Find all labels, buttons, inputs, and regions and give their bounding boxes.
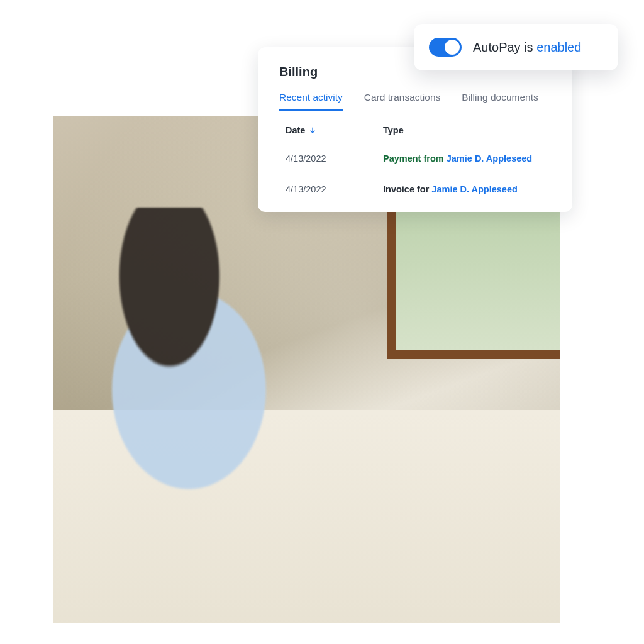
cell-date: 4/13/2022 [286, 153, 383, 164]
autopay-toggle[interactable] [429, 38, 462, 57]
tab-billing-documents[interactable]: Billing documents [462, 92, 538, 111]
cell-date: 4/13/2022 [286, 184, 383, 194]
column-type-header[interactable]: Type [383, 125, 545, 135]
autopay-status-text: AutoPay is enabled [473, 40, 581, 55]
row-prefix: Payment from [383, 153, 447, 164]
row-prefix: Invoice for [383, 184, 431, 194]
table-row[interactable]: 4/13/2022 Payment from Jamie D. Applesee… [279, 143, 551, 174]
table-row[interactable]: 4/13/2022 Invoice for Jamie D. Appleseed [279, 174, 551, 204]
billing-tabs: Recent activity Card transactions Billin… [279, 92, 551, 111]
column-headers: Date Type [279, 114, 551, 143]
toggle-knob [445, 40, 460, 55]
column-date-label: Date [286, 125, 305, 135]
tab-card-transactions[interactable]: Card transactions [364, 92, 440, 111]
cell-type: Invoice for Jamie D. Appleseed [383, 184, 545, 194]
sort-desc-icon [309, 126, 316, 134]
column-date-header[interactable]: Date [286, 125, 383, 135]
autopay-label-prefix: AutoPay is [473, 40, 536, 54]
client-link[interactable]: Jamie D. Appleseed [431, 184, 517, 194]
autopay-card: AutoPay is enabled [414, 24, 618, 70]
billing-card: Billing Recent activity Card transaction… [258, 47, 572, 212]
autopay-status-word: enabled [536, 40, 581, 54]
client-link[interactable]: Jamie D. Appleseed [447, 153, 532, 164]
tab-recent-activity[interactable]: Recent activity [279, 92, 343, 111]
photo-figure [64, 208, 342, 587]
cell-type: Payment from Jamie D. Appleseed [383, 153, 545, 164]
